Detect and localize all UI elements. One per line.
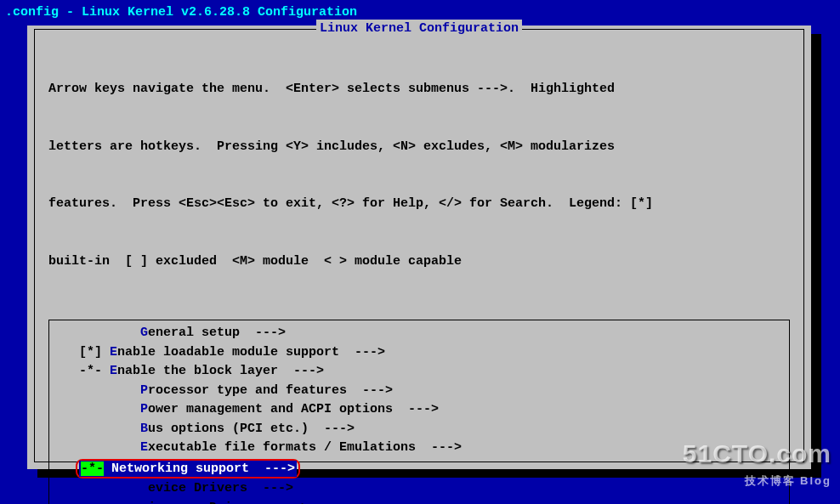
watermark-line1: 51CTO.com [683,434,831,473]
selected-highlight: -*- Networking support ---> [76,459,300,479]
menu-item-executable-formats[interactable]: Executable file formats / Emulations ---… [54,439,784,458]
menu-list[interactable]: General setup ---> [*] Enable loadable m… [48,320,790,504]
help-line: built-in [ ] excluded <M> module < > mod… [48,252,790,272]
menu-item-bus-options[interactable]: Bus options (PCI etc.) ---> [54,420,784,439]
panel-title: Linux Kernel Configuration [316,20,522,39]
menu-item-loadable-module[interactable]: [*] Enable loadable module support ---> [54,343,784,363]
menu-item-power-management[interactable]: Power management and ACPI options ---> [54,400,784,420]
help-text: Arrow keys navigate the menu. <Enter> se… [43,31,795,316]
watermark-line2: 技术博客 Blog [683,473,831,490]
selected-mark-icon: -*- [81,462,104,476]
menu-item-block-layer[interactable]: -*- Enable the block layer ---> [54,362,784,382]
menu-item-processor[interactable]: Processor type and features ---> [54,382,784,401]
menu-item-general-setup[interactable]: General setup ---> [54,324,784,343]
help-line: features. Press <Esc><Esc> to exit, <?> … [48,195,790,214]
menu-item-firmware-drivers[interactable]: Firmware Drivers ---> [54,499,784,505]
main-panel: Linux Kernel Configuration Arrow keys na… [27,25,811,469]
menu-item-device-drivers[interactable]: Device Drivers ---> [54,479,784,499]
help-line: Arrow keys navigate the menu. <Enter> se… [48,80,790,99]
menu-item-networking-selected[interactable]: -*- Networking support ---> [54,458,784,480]
help-line: letters are hotkeys. Pressing <Y> includ… [48,138,790,157]
watermark: 51CTO.com 技术博客 Blog [683,434,831,490]
panel-border: Linux Kernel Configuration Arrow keys na… [34,29,804,462]
